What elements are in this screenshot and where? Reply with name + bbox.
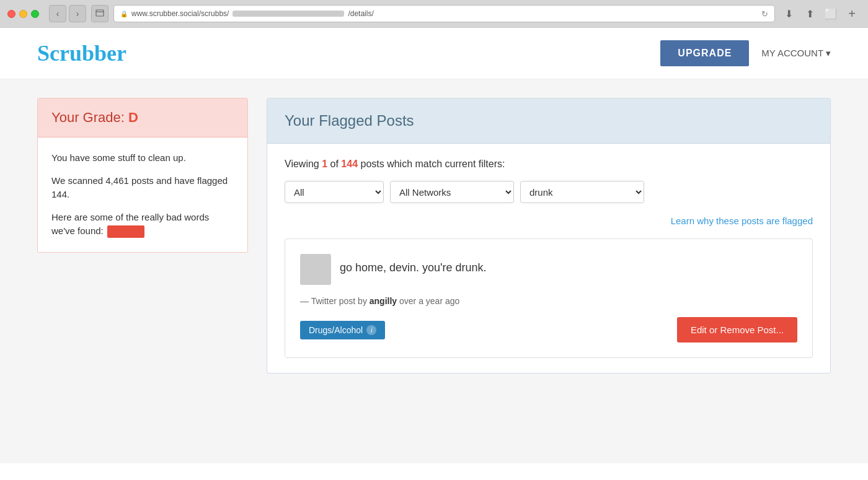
- address-bar[interactable]: 🔒 www.scrubber.social/scrubbs/ /details/…: [113, 5, 775, 22]
- url-blurred: [232, 11, 344, 17]
- plus-button[interactable]: +: [843, 5, 861, 22]
- info-icon[interactable]: i: [366, 325, 376, 335]
- viewing-text: Viewing 1 of 144 posts which match curre…: [285, 159, 813, 170]
- url-text: www.scrubber.social/scrubbs/: [131, 9, 229, 18]
- forward-button[interactable]: ›: [69, 5, 86, 22]
- grade-title: Your Grade: D: [51, 110, 234, 126]
- traffic-lights: [7, 10, 39, 18]
- back-button[interactable]: ‹: [49, 5, 66, 22]
- flagged-posts-body: Viewing 1 of 144 posts which match curre…: [267, 144, 830, 373]
- flagged-posts-container: Your Flagged Posts Viewing 1 of 144 post…: [267, 98, 831, 373]
- right-panel: Your Flagged Posts Viewing 1 of 144 post…: [267, 98, 831, 445]
- my-account-button[interactable]: MY ACCOUNT ▾: [761, 48, 831, 59]
- post-footer: Drugs/Alcohol i Edit or Remove Post...: [300, 317, 797, 343]
- viewing-current: 1: [322, 159, 327, 169]
- viewing-total: 144: [341, 159, 358, 169]
- browser-titlebar: ‹ › 🔒 www.scrubber.social/scrubbs/ /deta…: [0, 0, 868, 27]
- url-suffix: /details/: [348, 9, 373, 18]
- site-header: Scrubber UPGRADE MY ACCOUNT ▾: [0, 28, 868, 79]
- left-panel: Your Grade: D You have some stuff to cle…: [37, 98, 248, 445]
- edit-remove-button[interactable]: Edit or Remove Post...: [677, 317, 797, 343]
- filter-keyword-select[interactable]: drunk alcohol drugs violence: [520, 181, 644, 203]
- flagged-posts-header: Your Flagged Posts: [267, 98, 830, 144]
- flagged-posts-title: Your Flagged Posts: [285, 112, 813, 129]
- svg-rect-0: [96, 10, 104, 16]
- browser-chrome: ‹ › 🔒 www.scrubber.social/scrubbs/ /deta…: [0, 0, 868, 28]
- maximize-button[interactable]: [31, 10, 39, 18]
- nav-buttons: ‹ ›: [49, 5, 86, 22]
- post-attribution-suffix: over a year ago: [397, 296, 459, 306]
- learn-why-link[interactable]: Learn why these posts are flagged: [285, 216, 813, 226]
- share-button[interactable]: ⬆: [801, 5, 818, 22]
- grade-body-line3: Here are some of the really bad words we…: [51, 211, 234, 238]
- address-bar-container: 🔒 www.scrubber.social/scrubbs/ /details/…: [113, 5, 775, 22]
- filter-all-select[interactable]: All Flagged Deleted: [285, 181, 384, 203]
- site-logo: Scrubber: [37, 40, 126, 66]
- grade-title-prefix: Your Grade:: [51, 110, 128, 125]
- post-avatar: [300, 254, 331, 285]
- post-meta: — Twitter post by angilly over a year ag…: [300, 296, 797, 306]
- tag-badge[interactable]: Drugs/Alcohol i: [300, 321, 385, 339]
- header-right: UPGRADE MY ACCOUNT ▾: [660, 40, 831, 66]
- grade-card: Your Grade: D You have some stuff to cle…: [37, 98, 248, 253]
- browser-actions: ⬇ ⬆ ⬜ +: [780, 5, 861, 22]
- new-window-button[interactable]: ⬜: [822, 5, 839, 22]
- main-content: Your Grade: D You have some stuff to cle…: [0, 79, 868, 463]
- post-attribution-prefix: — Twitter post by: [300, 296, 370, 306]
- tag-label: Drugs/Alcohol: [309, 325, 363, 335]
- minimize-button[interactable]: [19, 10, 27, 18]
- grade-body: You have some stuff to clean up. We scan…: [38, 137, 247, 252]
- post-author: angilly: [370, 296, 397, 306]
- post-card: go home, devin. you're drunk. — Twitter …: [285, 238, 813, 358]
- refresh-icon[interactable]: ↻: [761, 9, 768, 19]
- grade-body-line2: We scanned 4,461 posts and have flagged …: [51, 174, 234, 202]
- post-text: go home, devin. you're drunk.: [340, 254, 487, 276]
- download-button[interactable]: ⬇: [780, 5, 797, 22]
- grade-letter: D: [128, 110, 138, 125]
- grade-body-line1: You have some stuff to clean up.: [51, 151, 234, 165]
- tab-view-button[interactable]: [91, 5, 108, 22]
- filter-network-select[interactable]: All Networks Twitter Facebook Instagram: [390, 181, 514, 203]
- grade-header: Your Grade: D: [38, 98, 247, 137]
- filter-row: All Flagged Deleted All Networks Twitter…: [285, 181, 813, 203]
- post-content: go home, devin. you're drunk.: [300, 254, 797, 285]
- viewing-prefix: Viewing: [285, 159, 322, 169]
- viewing-of: of: [327, 159, 341, 169]
- upgrade-button[interactable]: UPGRADE: [660, 40, 749, 66]
- close-button[interactable]: [7, 10, 16, 18]
- lock-icon: 🔒: [120, 11, 128, 17]
- page-wrapper: Scrubber UPGRADE MY ACCOUNT ▾ Your Grade…: [0, 28, 868, 480]
- viewing-suffix: posts which match current filters:: [358, 159, 505, 169]
- bad-words-redacted: [107, 225, 144, 238]
